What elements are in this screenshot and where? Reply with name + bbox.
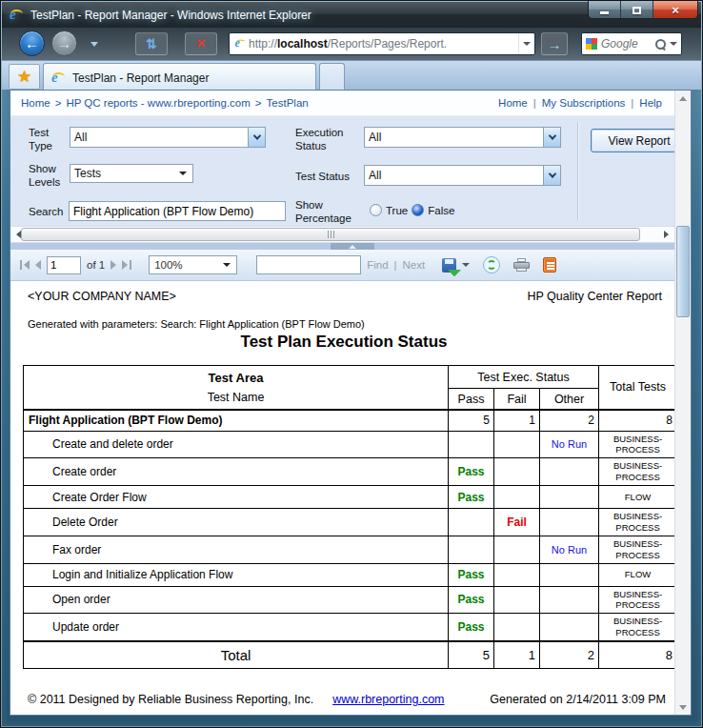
back-button[interactable]: ← bbox=[19, 30, 45, 56]
other-cell bbox=[540, 563, 599, 586]
export-chevron-icon[interactable] bbox=[462, 263, 470, 267]
fail-cell bbox=[494, 586, 540, 614]
page-count-label: of 1 bbox=[87, 259, 105, 271]
refresh-icon: ⇅ bbox=[146, 36, 157, 51]
maximize-icon bbox=[633, 7, 641, 14]
page-number-input[interactable] bbox=[47, 256, 81, 274]
group-other: 2 bbox=[540, 410, 599, 431]
radio-true[interactable] bbox=[370, 204, 382, 216]
header-test-area: Test Area bbox=[27, 368, 445, 389]
scroll-down-button[interactable] bbox=[675, 699, 691, 715]
show-levels-dropdown[interactable]: Tests bbox=[70, 164, 193, 183]
search-input[interactable] bbox=[601, 37, 652, 51]
test-status-dropdown[interactable]: All bbox=[364, 165, 561, 186]
header-pass: Pass bbox=[449, 389, 494, 410]
show-percentage-radios: True False bbox=[370, 204, 454, 216]
radio-false[interactable] bbox=[412, 204, 424, 216]
pass-cell bbox=[449, 536, 494, 563]
dropdown-arrow-button[interactable] bbox=[543, 128, 560, 147]
group-total: 8 bbox=[599, 410, 677, 431]
stop-button[interactable]: × bbox=[185, 32, 217, 55]
refresh-report-icon[interactable] bbox=[483, 256, 500, 273]
export-data-feed-icon[interactable] bbox=[543, 257, 556, 273]
table-row: Create Order Flow Pass FLOW bbox=[24, 486, 677, 509]
table-row: Delete Order Fail BUSINESS-PROCESS bbox=[24, 509, 677, 536]
test-type-cell: BUSINESS-PROCESS bbox=[599, 586, 677, 614]
test-type-dropdown[interactable]: All bbox=[70, 127, 266, 148]
page-icon: e bbox=[235, 38, 248, 51]
last-page-button[interactable] bbox=[122, 257, 131, 273]
close-icon: × bbox=[672, 4, 679, 16]
test-type-cell: FLOW bbox=[599, 486, 677, 509]
star-icon: ★ bbox=[17, 67, 31, 87]
table-row: Login and Initialize Application Flow Pa… bbox=[24, 563, 677, 586]
tab-bar: ★ e TestPlan - Report Manager bbox=[2, 60, 701, 90]
panel-divider bbox=[577, 122, 578, 220]
refresh-button[interactable]: ⇅ bbox=[135, 32, 168, 55]
test-name: Delete Order bbox=[24, 509, 449, 536]
scroll-right-button[interactable] bbox=[658, 227, 673, 242]
back-icon: ← bbox=[25, 35, 39, 51]
pass-cell bbox=[449, 509, 494, 536]
address-dropdown-button[interactable] bbox=[518, 33, 534, 54]
address-bar[interactable]: e http://localhost/Reports/Pages/Report. bbox=[229, 32, 535, 55]
test-type-label: Test Type bbox=[29, 126, 67, 153]
vertical-scroll-thumb[interactable] bbox=[676, 226, 690, 317]
browser-window: e TestPlan - Report Manager - Windows In… bbox=[0, 0, 703, 728]
table-header-row: Test Area Test Name Test Exec. Status To… bbox=[24, 366, 677, 389]
view-report-label: View Report bbox=[608, 134, 670, 148]
link-my-subscriptions[interactable]: My Subscriptions bbox=[542, 97, 626, 109]
new-tab-stub[interactable] bbox=[319, 63, 345, 91]
zoom-dropdown[interactable]: 100% bbox=[149, 255, 237, 274]
test-type-cell: BUSINESS-PROCESS bbox=[599, 536, 677, 563]
next-link[interactable]: Next bbox=[403, 259, 426, 271]
first-page-button[interactable] bbox=[20, 257, 30, 273]
maximize-button[interactable] bbox=[621, 1, 653, 19]
scroll-up-button[interactable] bbox=[675, 91, 691, 106]
horizontal-scroll-thumb[interactable] bbox=[21, 228, 640, 241]
arrow-down-icon bbox=[679, 705, 687, 710]
close-button[interactable]: × bbox=[653, 1, 697, 19]
pass-cell: Pass bbox=[449, 563, 494, 586]
report-title: Test Plan Execution Status bbox=[10, 333, 677, 352]
tab-testplan[interactable]: e TestPlan - Report Manager bbox=[43, 63, 316, 91]
group-fail: 1 bbox=[494, 410, 540, 431]
find-link[interactable]: Find bbox=[367, 259, 388, 271]
breadcrumb-hpqc[interactable]: HP QC reports - www.rbreporting.com bbox=[66, 97, 250, 109]
find-text-input[interactable] bbox=[256, 255, 361, 274]
test-name: Create and delete order bbox=[24, 431, 449, 458]
test-type-cell: BUSINESS-PROCESS bbox=[599, 431, 677, 458]
minimize-button[interactable] bbox=[589, 1, 621, 19]
search-parameter-input[interactable] bbox=[69, 201, 286, 221]
export-icon[interactable] bbox=[442, 258, 456, 273]
search-icon[interactable] bbox=[655, 39, 666, 50]
show-levels-value: Tests bbox=[74, 167, 101, 180]
link-home[interactable]: Home bbox=[498, 97, 528, 109]
breadcrumb-home[interactable]: Home bbox=[21, 97, 50, 109]
link-help[interactable]: Help bbox=[639, 97, 662, 109]
next-page-button[interactable] bbox=[110, 257, 116, 273]
table-row: Create and delete order No Run BUSINESS-… bbox=[24, 431, 677, 458]
total-fail: 1 bbox=[494, 641, 540, 668]
dropdown-arrow-button[interactable] bbox=[543, 166, 560, 185]
footer-link[interactable]: www.rbreporting.com bbox=[332, 693, 444, 706]
previous-page-button[interactable] bbox=[35, 257, 41, 273]
splitter-handle[interactable] bbox=[331, 243, 374, 250]
forward-button[interactable]: → bbox=[51, 30, 77, 56]
favorites-button[interactable]: ★ bbox=[9, 64, 40, 90]
recent-pages-chevron[interactable] bbox=[90, 42, 98, 47]
breadcrumb-testplan[interactable]: TestPlan bbox=[267, 97, 309, 109]
dropdown-arrow-button[interactable] bbox=[248, 128, 265, 147]
search-options-chevron[interactable] bbox=[670, 42, 677, 46]
execution-status-dropdown[interactable]: All bbox=[364, 127, 561, 148]
report-footer: © 2011 Designed by Reliable Business Rep… bbox=[28, 693, 666, 706]
view-report-button[interactable]: View Report bbox=[591, 129, 688, 152]
print-icon[interactable] bbox=[513, 258, 530, 272]
test-type-cell: BUSINESS-PROCESS bbox=[599, 458, 677, 486]
go-button[interactable]: → bbox=[541, 32, 568, 55]
other-cell bbox=[540, 486, 599, 509]
fail-cell bbox=[494, 431, 540, 458]
execution-status-table: Test Area Test Name Test Exec. Status To… bbox=[23, 365, 677, 669]
report-page: <YOUR COMPANY NAME> HP Quality Center Re… bbox=[10, 281, 691, 715]
fail-cell bbox=[494, 458, 540, 486]
